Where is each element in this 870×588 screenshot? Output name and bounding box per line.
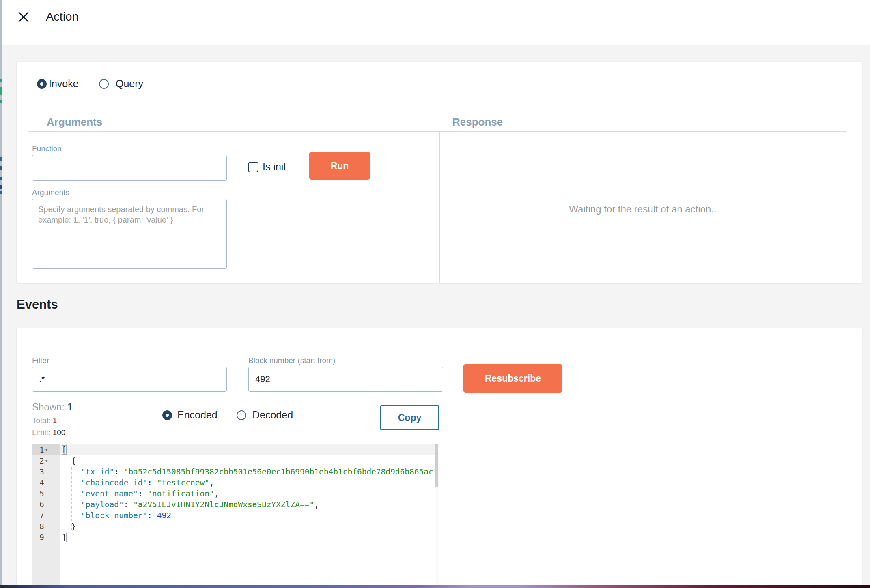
shown-counter: Shown: 1 bbox=[32, 401, 73, 413]
close-icon[interactable] bbox=[17, 11, 30, 23]
line-number: 5 bbox=[32, 488, 44, 499]
code-line[interactable]: } bbox=[60, 521, 439, 532]
code-line[interactable]: "payload": "a2V5IEJvIHN1Y2Nlc3NmdWxseSBz… bbox=[60, 499, 439, 510]
line-number: 7 bbox=[32, 510, 44, 521]
resubscribe-button[interactable]: Resubscribe bbox=[463, 364, 562, 393]
filter-input[interactable] bbox=[32, 367, 227, 392]
code-line-row: 9] bbox=[32, 532, 439, 543]
line-number: 2 bbox=[32, 455, 44, 466]
invoke-radio-label[interactable]: Invoke bbox=[49, 78, 79, 90]
fold-spacer bbox=[44, 510, 60, 521]
action-panel: Action Invoke Query Arguments Response F… bbox=[0, 0, 870, 588]
response-section-title: Response bbox=[452, 116, 503, 129]
line-number: 8 bbox=[32, 521, 44, 532]
block-number-label: Block number (start from) bbox=[248, 356, 335, 365]
query-radio[interactable] bbox=[99, 79, 109, 89]
bottom-window-edge bbox=[0, 585, 870, 588]
total-value: 1 bbox=[53, 416, 57, 425]
filter-label: Filter bbox=[32, 356, 49, 365]
fold-spacer bbox=[44, 521, 60, 532]
limit-counter: Limit: 100 bbox=[32, 428, 65, 437]
decoded-radio-label[interactable]: Decoded bbox=[252, 409, 293, 421]
events-title: Events bbox=[17, 297, 58, 312]
fold-arrow-icon[interactable]: ▾ bbox=[44, 455, 60, 466]
arguments-label: Arguments bbox=[32, 188, 69, 197]
is-init-checkbox[interactable] bbox=[248, 162, 258, 172]
code-line-row: 8 } bbox=[32, 521, 439, 532]
code-line-row: 2▾ { bbox=[32, 455, 439, 466]
limit-value: 100 bbox=[53, 428, 66, 437]
editor-scrollbar-thumb[interactable] bbox=[435, 444, 438, 487]
fold-spacer bbox=[44, 499, 60, 510]
code-line-row: 7 "block_number": 492 bbox=[32, 510, 439, 521]
is-init-label[interactable]: Is init bbox=[263, 161, 286, 173]
action-card: Invoke Query Arguments Response Function… bbox=[17, 62, 862, 283]
code-line[interactable]: [ bbox=[60, 444, 439, 455]
query-radio-label[interactable]: Query bbox=[116, 78, 143, 90]
code-line-row: 4 "chaincode_id": "testccnew", bbox=[32, 477, 439, 488]
code-line[interactable]: "chaincode_id": "testccnew", bbox=[60, 477, 439, 488]
decoded-radio[interactable] bbox=[237, 410, 246, 420]
limit-label: Limit: bbox=[32, 428, 50, 437]
fold-spacer bbox=[44, 477, 60, 488]
panel-header: Action bbox=[0, 0, 870, 45]
line-number: 3 bbox=[32, 466, 44, 477]
copy-button[interactable]: Copy bbox=[380, 405, 439, 430]
line-number: 6 bbox=[32, 499, 44, 510]
code-line[interactable]: "tx_id": "ba52c5d15085bf99382cbb501e56e0… bbox=[60, 466, 439, 477]
line-number: 1 bbox=[32, 444, 44, 455]
invoke-radio[interactable] bbox=[37, 79, 47, 89]
fold-arrow-icon[interactable]: ▾ bbox=[44, 444, 60, 455]
fold-spacer bbox=[44, 488, 60, 499]
events-card: Filter Block number (start from) Resubsc… bbox=[17, 328, 862, 588]
response-waiting-text: Waiting for the result of an action.. bbox=[439, 204, 846, 215]
shown-label: Shown: bbox=[32, 401, 65, 412]
code-line-row: 3 "tx_id": "ba52c5d15085bf99382cbb501e56… bbox=[32, 466, 439, 477]
background-page-sliver bbox=[0, 0, 2, 585]
code-line[interactable]: ] bbox=[60, 532, 439, 543]
line-number: 9 bbox=[32, 532, 44, 543]
fold-spacer bbox=[44, 532, 60, 543]
run-button[interactable]: Run bbox=[309, 152, 370, 180]
shown-value: 1 bbox=[67, 401, 73, 412]
encoded-radio-label[interactable]: Encoded bbox=[177, 409, 218, 421]
code-line[interactable]: "event_name": "notification", bbox=[60, 488, 439, 499]
function-input[interactable] bbox=[32, 155, 227, 181]
code-line-row: 5 "event_name": "notification", bbox=[32, 488, 439, 499]
arguments-section-title: Arguments bbox=[47, 116, 102, 129]
total-label: Total: bbox=[32, 416, 50, 425]
code-line-row: 1▾[ bbox=[32, 444, 439, 455]
section-underline bbox=[28, 131, 846, 132]
arguments-textarea[interactable] bbox=[32, 199, 227, 269]
code-line-row: 6 "payload": "a2V5IEJvIHN1Y2Nlc3NmdWxseS… bbox=[32, 499, 439, 510]
line-number: 4 bbox=[32, 477, 44, 488]
block-number-input[interactable] bbox=[248, 367, 443, 392]
code-line[interactable]: "block_number": 492 bbox=[60, 510, 439, 521]
encoded-radio[interactable] bbox=[162, 410, 172, 420]
events-json-editor[interactable]: 1▾[2▾ {3 "tx_id": "ba52c5d15085bf99382cb… bbox=[32, 444, 439, 585]
code-line[interactable]: { bbox=[60, 455, 439, 466]
page-title: Action bbox=[46, 10, 79, 24]
function-label: Function bbox=[32, 144, 62, 153]
fold-spacer bbox=[44, 466, 60, 477]
editor-scrollbar[interactable] bbox=[435, 444, 439, 585]
code-editor-rows: 1▾[2▾ {3 "tx_id": "ba52c5d15085bf99382cb… bbox=[32, 444, 439, 543]
total-counter: Total: 1 bbox=[32, 416, 57, 425]
